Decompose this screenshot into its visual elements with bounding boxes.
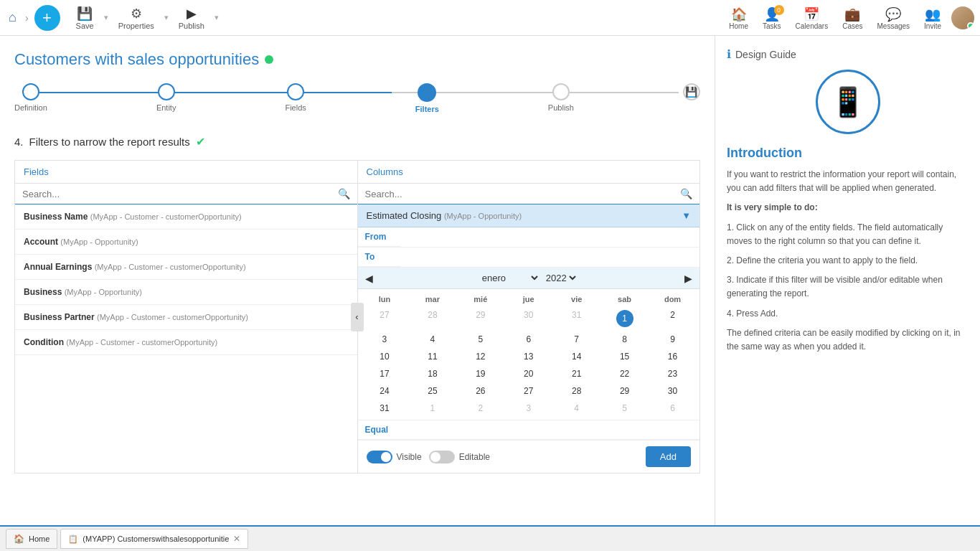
cal-day[interactable]: 29 (600, 382, 649, 400)
two-col-layout: Fields 🔍 Business Name (MyApp - Customer… (14, 160, 700, 474)
cal-day[interactable]: 31 (552, 306, 600, 331)
cal-day[interactable]: 1 (600, 306, 649, 331)
calendar-prev-btn[interactable]: ◀ (365, 273, 373, 284)
cal-day[interactable]: 31 (361, 400, 409, 417)
nav-cases[interactable]: 💼 Cases (838, 4, 867, 33)
cal-day[interactable]: 30 (504, 306, 552, 331)
cal-day[interactable]: 28 (408, 306, 456, 331)
publish-dropdown[interactable]: ▾ (215, 13, 219, 22)
tab-home-icon: 🏠 (14, 534, 24, 544)
fields-search-icon[interactable]: 🔍 (338, 188, 350, 199)
properties-button[interactable]: ⚙ Properties (111, 3, 161, 33)
list-item[interactable]: Account (MyApp - Opportunity) (15, 230, 357, 255)
nav-tasks[interactable]: 👤 Tasks 0 (758, 4, 786, 33)
filter-footer: Visible Editable Add (358, 440, 700, 473)
cal-day[interactable]: 4 (408, 331, 456, 348)
cal-day-today[interactable]: 1 (616, 310, 633, 327)
step-circle-filters (418, 83, 436, 102)
add-filter-button[interactable]: Add (646, 446, 691, 467)
tab-home[interactable]: 🏠 Home (6, 529, 57, 549)
cal-week-2: 3 4 5 6 7 8 9 (361, 331, 697, 348)
cal-day[interactable]: 18 (408, 365, 456, 382)
wizard-step-publish[interactable]: Publish (548, 83, 574, 113)
calendar-month-year: enero febrero marzo abril mayo junio jul… (479, 272, 578, 284)
cal-day[interactable]: 3 (361, 331, 409, 348)
cal-day[interactable]: 23 (649, 365, 697, 382)
cal-day[interactable]: 26 (456, 382, 504, 400)
cal-day[interactable]: 17 (361, 365, 409, 382)
cal-day[interactable]: 21 (552, 365, 600, 382)
cal-day[interactable]: 24 (361, 382, 409, 400)
nav-home[interactable]: 🏠 Home (725, 4, 753, 33)
fields-search-input[interactable] (22, 189, 338, 199)
cal-day[interactable]: 3 (504, 400, 552, 417)
wizard-steps: Definition Entity Fields Filters Publish (14, 83, 700, 113)
editable-toggle[interactable] (429, 451, 455, 463)
design-guide-panel: ℹ Design Guide 📱 Introduction If you wan… (715, 36, 980, 525)
step-circle-entity (158, 83, 175, 100)
visible-toggle[interactable] (367, 451, 392, 463)
save-button[interactable]: 💾 Save (69, 3, 101, 33)
cal-day[interactable]: 4 (552, 400, 600, 417)
wizard-step-fields[interactable]: Fields (285, 83, 306, 113)
cal-day[interactable]: 30 (649, 382, 697, 400)
wizard-step-definition[interactable]: Definition (14, 83, 47, 113)
list-item[interactable]: Condition (MyApp - Customer - customerOp… (15, 330, 357, 355)
wizard-step-entity[interactable]: Entity (156, 83, 176, 113)
year-select[interactable]: 2022 2021 2023 (543, 272, 578, 284)
breadcrumb-arrow[interactable]: › (22, 9, 32, 27)
tab-report[interactable]: 📋 (MYAPP) Customerswithsalesopportunitie… (60, 529, 248, 549)
avatar[interactable] (951, 6, 974, 29)
properties-dropdown[interactable]: ▾ (164, 13, 169, 22)
top-toolbar: ⌂ › + 💾 Save ▾ ⚙ Properties ▾ ▶ Publish … (0, 0, 980, 36)
filter-funnel-icon[interactable]: ▼ (682, 210, 691, 221)
columns-search-icon[interactable]: 🔍 (680, 188, 692, 199)
content-area: Customers with sales opportunities Defin… (0, 36, 715, 525)
cal-day[interactable]: 9 (649, 331, 697, 348)
list-item[interactable]: Business Name (MyApp - Customer - custom… (15, 204, 357, 230)
cal-day[interactable]: 11 (408, 348, 456, 365)
cal-day[interactable]: 16 (649, 348, 697, 365)
cal-day[interactable]: 22 (600, 365, 649, 382)
nav-invite[interactable]: 👥 Invite (920, 4, 946, 33)
cal-day[interactable]: 20 (504, 365, 552, 382)
columns-search-input[interactable] (365, 189, 681, 199)
list-item[interactable]: Business Partner (MyApp - Customer - cus… (15, 305, 357, 330)
cal-day[interactable]: 2 (456, 400, 504, 417)
status-dot (265, 55, 273, 64)
cal-day[interactable]: 8 (600, 331, 649, 348)
cal-day[interactable]: 1 (408, 400, 456, 417)
nav-messages[interactable]: 💬 Messages (873, 4, 915, 33)
wizard-step-filters[interactable]: Filters (415, 83, 439, 113)
cal-day[interactable]: 5 (600, 400, 649, 417)
cal-day[interactable]: 19 (456, 365, 504, 382)
tab-close-icon[interactable]: ✕ (233, 534, 240, 544)
cal-day[interactable]: 15 (600, 348, 649, 365)
add-button[interactable]: + (34, 5, 60, 31)
cal-day[interactable]: 29 (456, 306, 504, 331)
cal-day[interactable]: 6 (504, 331, 552, 348)
month-select[interactable]: enero febrero marzo abril mayo junio jul… (479, 272, 540, 284)
cal-day[interactable]: 10 (361, 348, 409, 365)
cal-day[interactable]: 12 (456, 348, 504, 365)
wizard-step-save[interactable]: 💾 (683, 83, 700, 113)
cal-day[interactable]: 2 (649, 306, 697, 331)
save-dropdown[interactable]: ▾ (104, 13, 108, 22)
cal-day[interactable]: 25 (408, 382, 456, 400)
cal-day[interactable]: 27 (361, 306, 409, 331)
list-item[interactable]: Business (MyApp - Opportunity) (15, 280, 357, 305)
cal-day[interactable]: 28 (552, 382, 600, 400)
cal-day[interactable]: 5 (456, 331, 504, 348)
cal-day[interactable]: 7 (552, 331, 600, 348)
cal-week-4: 17 18 19 20 21 22 23 (361, 365, 697, 382)
nav-back-icon[interactable]: ⌂ (6, 7, 19, 28)
calendar-next-btn[interactable]: ▶ (684, 273, 692, 284)
collapse-handle[interactable]: ‹ (351, 303, 364, 331)
cal-day[interactable]: 6 (649, 400, 697, 417)
cal-day[interactable]: 14 (552, 348, 600, 365)
cal-day[interactable]: 13 (504, 348, 552, 365)
publish-button[interactable]: ▶ Publish (171, 3, 212, 33)
nav-calendars[interactable]: 📅 Calendars (791, 4, 833, 33)
cal-day[interactable]: 27 (504, 382, 552, 400)
list-item[interactable]: Annual Earnings (MyApp - Customer - cust… (15, 255, 357, 280)
